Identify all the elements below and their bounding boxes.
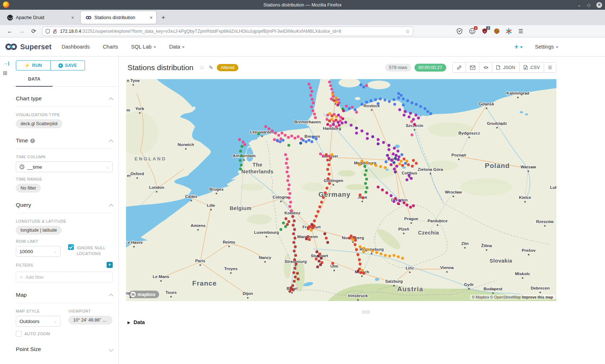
- panel-tabs: DATA: [12, 76, 118, 87]
- url-bar[interactable]: 172.18.0.4:32251/superset/explore/?form_…: [42, 27, 413, 36]
- svg-text:Miskolc: Miskolc: [515, 272, 530, 276]
- chart-menu-button[interactable]: ☰: [544, 63, 556, 72]
- embed-code-button[interactable]: <>: [479, 63, 492, 72]
- save-button[interactable]: +SAVE: [51, 60, 85, 70]
- viewport-value[interactable]: 10° 24' 49.86" | 5...: [68, 316, 112, 324]
- run-button[interactable]: ⚡RUN: [16, 60, 51, 70]
- section-map[interactable]: Map: [16, 292, 113, 303]
- tab-close-icon[interactable]: ×: [150, 15, 153, 21]
- shield-permissions-icon[interactable]: [45, 29, 50, 34]
- tab-stations-distribution[interactable]: Stations distribution ×: [81, 11, 156, 24]
- time-range-value[interactable]: No filter: [16, 184, 41, 192]
- chevron-down-icon: [520, 46, 523, 48]
- extension-asterisk-icon[interactable]: [506, 28, 512, 35]
- hamburger-icon: ☰: [548, 65, 552, 70]
- nav-data[interactable]: Data: [169, 44, 185, 50]
- svg-text:Magdeburg: Magdeburg: [354, 161, 376, 165]
- close-button[interactable]: ✕: [596, 2, 602, 8]
- nav-sql-lab[interactable]: SQL Lab: [131, 44, 156, 50]
- favorite-star-icon[interactable]: ☆: [199, 64, 205, 71]
- menu-hamburger-icon[interactable]: ☰: [518, 28, 523, 35]
- minimize-button[interactable]: ⌄: [577, 2, 581, 8]
- url-text[interactable]: 172.18.0.4:32251/superset/explore/?form_…: [60, 29, 403, 34]
- svg-text:Grudziądz: Grudziądz: [487, 121, 507, 126]
- resize-drag-handle[interactable]: [362, 311, 370, 313]
- island: [355, 97, 360, 100]
- ignore-null-checkbox[interactable]: [68, 244, 74, 250]
- copy-link-button[interactable]: [453, 63, 466, 72]
- lonlat-value[interactable]: longitude | latitude: [16, 226, 62, 235]
- improve-map-link[interactable]: Improve this map: [522, 295, 553, 299]
- svg-text:ENGLAND: ENGLAND: [135, 156, 167, 161]
- plus-circle-icon: +: [58, 63, 63, 68]
- tab-apache-druid[interactable]: Apache Druid ×: [2, 10, 78, 25]
- chevron-down-icon: ⌄: [54, 319, 57, 324]
- section-chart-type[interactable]: Chart type: [16, 95, 113, 107]
- back-button[interactable]: ←: [7, 28, 13, 35]
- dataset-grid-icon[interactable]: ⊞: [3, 70, 8, 76]
- run-label: RUN: [32, 63, 42, 68]
- svg-text:Czechia: Czechia: [418, 230, 439, 236]
- section-time[interactable]: Timei: [16, 137, 113, 149]
- section-title: Point Size: [16, 346, 41, 352]
- ublock-icon[interactable]: u 2: [481, 28, 488, 35]
- section-point-size[interactable]: Point Size: [16, 346, 113, 357]
- new-item-button[interactable]: +: [514, 43, 523, 51]
- svg-text:Debrecen: Debrecen: [531, 286, 550, 290]
- map-canvas[interactable]: n TynemYorkerNorwichOxfordLondonENGLANDL…: [126, 79, 556, 301]
- forward-button[interactable]: →: [19, 28, 25, 35]
- altered-badge[interactable]: Altered: [217, 64, 238, 71]
- row-limit-select[interactable]: 10000 ⌄: [16, 246, 60, 257]
- collapse-panel-icon[interactable]: →|: [3, 60, 9, 66]
- nav-settings[interactable]: Settings: [535, 44, 559, 50]
- map-style-value: Outdoors: [19, 319, 40, 324]
- add-filter-box[interactable]: + Add filter: [16, 272, 113, 282]
- svg-text:Zielona Góra: Zielona Góra: [418, 167, 443, 172]
- svg-text:Göttingen: Göttingen: [324, 178, 343, 183]
- auto-zoom-checkbox[interactable]: [16, 331, 22, 337]
- svg-text:Amsterdam: Amsterdam: [233, 154, 255, 158]
- chevron-down-icon: ⌄: [106, 165, 109, 169]
- svg-text:Hamburg: Hamburg: [323, 126, 341, 131]
- nav-charts[interactable]: Charts: [103, 44, 118, 50]
- cookie-icon[interactable]: [494, 28, 499, 34]
- privacy-mask-icon[interactable]: x: [469, 28, 475, 35]
- map-style-select[interactable]: Outdoors ⌄: [16, 316, 60, 327]
- svg-text:Leeuwarden: Leeuwarden: [250, 130, 274, 134]
- edit-title-icon[interactable]: ✎: [209, 65, 214, 70]
- nav-dashboards[interactable]: Dashboards: [62, 44, 90, 50]
- tab-close-icon[interactable]: ×: [71, 15, 74, 21]
- map-container[interactable]: n TynemYorkerNorwichOxfordLondonENGLANDL…: [126, 79, 556, 301]
- mapbox-logo[interactable]: m mapbox: [129, 291, 159, 298]
- superset-navbar: Superset Dashboards Charts SQL Lab Data …: [0, 37, 605, 57]
- data-panel-toggle[interactable]: ▶ Data: [127, 319, 145, 325]
- maximize-button[interactable]: ◇: [587, 2, 591, 8]
- new-tab-button[interactable]: +: [161, 14, 165, 22]
- bookmark-star-icon[interactable]: ☆: [405, 28, 410, 34]
- tab-data[interactable]: DATA: [16, 77, 53, 87]
- chart-area: Stations distribution ☆ ✎ Altered 579 ro…: [119, 57, 605, 364]
- export-json-button[interactable]: .JSON: [492, 63, 519, 72]
- section-query[interactable]: Query: [16, 202, 113, 213]
- time-column-select[interactable]: __time ⌄: [16, 161, 113, 172]
- svg-text:Le Havre: Le Havre: [126, 240, 143, 245]
- data-panel-label: Data: [134, 319, 145, 325]
- insecure-lock-icon[interactable]: [53, 29, 57, 34]
- map-attribution: © Mapbox © OpenStreetMap Improve this ma…: [470, 295, 555, 300]
- viz-type-value[interactable]: deck.gl Scatterplot: [16, 119, 62, 128]
- svg-text:u: u: [484, 30, 485, 33]
- superset-logo[interactable]: Superset: [5, 43, 51, 51]
- svg-text:Slovakia: Slovakia: [490, 258, 512, 264]
- tab-strip: Apache Druid × Stations distribution × +: [0, 10, 605, 25]
- viewport-label: VIEWPORT: [68, 309, 112, 313]
- reload-button[interactable]: ⟳: [31, 28, 36, 35]
- svg-text:Oxford: Oxford: [130, 172, 144, 176]
- export-csv-button[interactable]: .CSV: [519, 63, 544, 72]
- email-button[interactable]: [466, 63, 479, 72]
- svg-text:Lille: Lille: [207, 203, 215, 208]
- mapbox-wordmark: mapbox: [138, 292, 156, 297]
- add-filter-plus-button[interactable]: +: [107, 262, 113, 268]
- map-style-label: MAP STYLE: [16, 309, 68, 313]
- pocket-shield-icon[interactable]: [456, 28, 463, 35]
- svg-text:Calais: Calais: [185, 194, 197, 199]
